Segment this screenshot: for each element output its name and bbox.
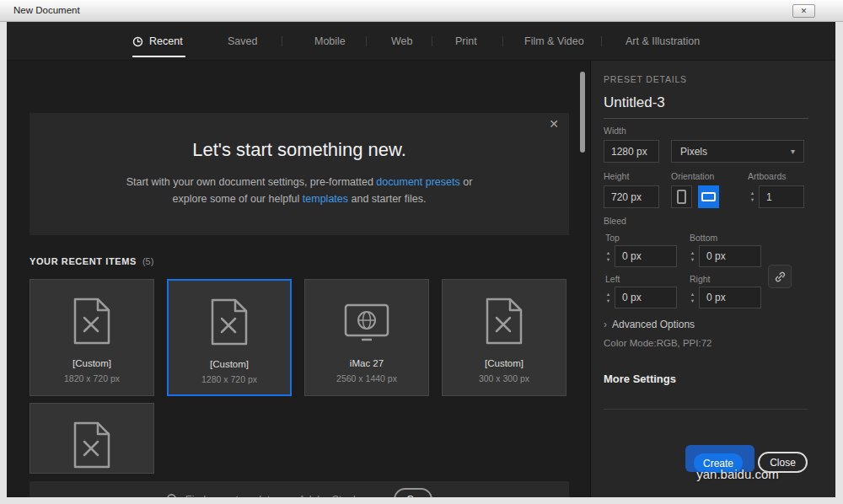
card-name: iMac 27: [305, 358, 428, 368]
tab-separator: [502, 36, 503, 46]
tab-separator: [432, 36, 432, 46]
tab-art-illustration[interactable]: Art & Illustration: [626, 34, 700, 49]
tab-label: Recent: [149, 35, 183, 47]
banner-text: or: [460, 176, 473, 188]
artboards-input[interactable]: [759, 185, 804, 208]
recent-item-card-selected[interactable]: [Custom] 1280 x 720 px: [167, 279, 292, 396]
banner-title: Let's start something new.: [30, 139, 569, 161]
tab-recent[interactable]: Recent: [132, 34, 183, 49]
banner-text: and starter files.: [348, 193, 426, 205]
bleed-right-input[interactable]: [699, 287, 761, 308]
preset-details-panel: PRESET DETAILS Untitled-3 Width Pixels ▾…: [590, 61, 835, 497]
recent-item-card[interactable]: iMac 27 2560 x 1440 px: [304, 279, 429, 396]
orientation-landscape-button[interactable]: [698, 185, 719, 208]
banner-subtitle: Start with your own document settings, p…: [30, 174, 569, 207]
bleed-left-label: Left: [605, 274, 620, 284]
banner-close-button[interactable]: ✕: [549, 117, 559, 131]
adobe-stock-search-bar: Go: [30, 481, 569, 497]
tab-separator: [282, 36, 282, 46]
bleed-left-input[interactable]: [615, 287, 677, 308]
tab-web[interactable]: Web: [391, 34, 412, 49]
tab-separator: [601, 36, 602, 46]
search-icon: [166, 493, 180, 497]
card-size: 2560 x 1440 px: [305, 373, 428, 383]
bleed-label: Bleed: [604, 216, 626, 226]
card-name: [Custom]: [30, 358, 153, 368]
tab-saved[interactable]: Saved: [228, 34, 257, 49]
step-up-icon[interactable]: ▲: [604, 251, 613, 255]
document-icon: [72, 421, 111, 472]
recent-item-card[interactable]: [Custom] 1820 x 720 px: [30, 279, 154, 396]
tab-label: Web: [391, 35, 412, 47]
clock-icon: [132, 36, 143, 47]
vertical-scrollbar-thumb[interactable]: [580, 72, 585, 153]
advanced-options-label: Advanced Options: [612, 319, 695, 330]
document-name-field[interactable]: Untitled-3: [604, 94, 665, 111]
step-up-icon[interactable]: ▲: [604, 292, 613, 297]
units-value: Pixels: [680, 146, 707, 158]
step-up-icon[interactable]: ▲: [688, 251, 697, 255]
divider: [604, 409, 808, 410]
recent-item-card[interactable]: [30, 403, 154, 474]
tab-label: Saved: [228, 35, 257, 47]
card-size: 1280 x 720 px: [169, 374, 290, 384]
artboards-label: Artboards: [748, 171, 787, 181]
recent-item-card[interactable]: [Custom] 300 x 300 px: [442, 279, 566, 396]
orientation-label: Orientation: [671, 171, 714, 181]
banner-text: explore some of our helpful: [173, 193, 303, 205]
new-document-dialog: Recent Saved Mobile Web Print Film & Vid…: [7, 22, 835, 497]
chain-link-icon: [774, 271, 787, 283]
step-down-icon[interactable]: ▼: [604, 299, 613, 303]
bleed-right-stepper: ▲ ▼: [688, 287, 697, 308]
step-up-icon[interactable]: ▲: [688, 292, 697, 297]
tab-label: Art & Illustration: [626, 35, 700, 47]
more-settings-button[interactable]: More Settings: [604, 373, 676, 385]
search-input[interactable]: [185, 481, 395, 497]
chevron-down-icon: ▾: [791, 147, 795, 156]
recent-items-heading: YOUR RECENT ITEMS(5): [30, 256, 153, 266]
artboards-stepper: ▲ ▼: [748, 185, 757, 208]
step-down-icon[interactable]: ▼: [688, 258, 697, 262]
tab-label: Print: [455, 35, 477, 47]
units-dropdown[interactable]: Pixels ▾: [671, 140, 804, 163]
tab-print[interactable]: Print: [455, 34, 477, 49]
tab-label: Mobile: [314, 35, 346, 47]
orientation-portrait-button[interactable]: [671, 185, 692, 208]
color-mode-summary: Color Mode:RGB, PPI:72: [604, 338, 711, 348]
monitor-globe-icon: [344, 303, 389, 346]
step-up-icon[interactable]: ▲: [748, 191, 757, 196]
templates-link[interactable]: templates: [303, 193, 348, 205]
height-label: Height: [604, 171, 629, 181]
card-name: [Custom]: [169, 359, 290, 369]
bleed-top-input[interactable]: [615, 245, 677, 267]
step-down-icon[interactable]: ▼: [604, 258, 613, 262]
step-down-icon[interactable]: ▼: [748, 198, 757, 202]
bleed-left-stepper: ▲ ▼: [604, 287, 613, 308]
close-icon: ✕: [549, 117, 559, 131]
card-size: 300 x 300 px: [443, 373, 566, 383]
document-presets-link[interactable]: document presets: [376, 176, 459, 188]
height-input[interactable]: [604, 185, 659, 208]
tab-film-video[interactable]: Film & Video: [524, 34, 584, 49]
bleed-link-values-button[interactable]: [768, 265, 792, 288]
advanced-options-toggle[interactable]: ›Advanced Options: [604, 319, 695, 330]
document-icon: [72, 298, 111, 348]
divider: [604, 118, 808, 119]
bleed-bottom-input[interactable]: [699, 245, 761, 267]
portrait-icon: [677, 190, 686, 204]
card-name: [Custom]: [443, 358, 566, 368]
tab-bar: Recent Saved Mobile Web Print Film & Vid…: [7, 22, 835, 61]
document-icon: [485, 298, 524, 348]
go-button[interactable]: Go: [394, 488, 432, 497]
window-close-button[interactable]: ✕: [792, 4, 815, 18]
window-close-icon: ✕: [801, 7, 808, 15]
bleed-bottom-stepper: ▲ ▼: [688, 245, 697, 267]
banner-text: Start with your own document settings, p…: [126, 176, 377, 188]
recent-items-title: YOUR RECENT ITEMS: [30, 256, 137, 266]
bleed-top-label: Top: [605, 233, 620, 243]
width-input[interactable]: [604, 140, 659, 163]
main-panel: ✕ Let's start something new. Start with …: [7, 61, 590, 497]
tab-label: Film & Video: [524, 35, 584, 47]
step-down-icon[interactable]: ▼: [688, 299, 697, 303]
tab-mobile[interactable]: Mobile: [314, 34, 346, 49]
